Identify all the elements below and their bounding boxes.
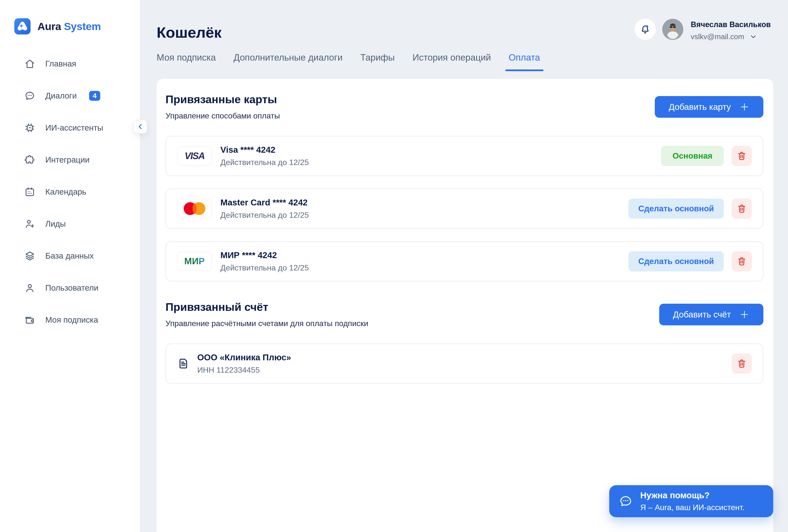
app-logo[interactable]: Aura System	[14, 18, 101, 35]
puzzle-icon	[24, 154, 36, 165]
account-row: ООО «Клиника Плюс» ИНН 1122334455	[165, 343, 763, 384]
trash-icon	[736, 358, 747, 369]
trash-icon	[736, 203, 747, 214]
tab-my-subscription[interactable]: Моя подписка	[157, 53, 216, 71]
linked-account-title: Привязанный счёт	[165, 301, 368, 314]
primary-card-badge: Основная	[661, 146, 724, 166]
layers-icon	[24, 250, 36, 261]
add-account-button[interactable]: Добавить счёт	[659, 304, 763, 326]
sidebar: Aura System Главная Диалоги 4 ИИ-ассисте…	[0, 0, 140, 532]
card-row-mastercard: Master Card **** 4242 Действительна до 1…	[165, 189, 763, 229]
chevron-down-icon[interactable]	[749, 33, 757, 41]
home-icon	[24, 58, 36, 70]
sidebar-item-label: База данных	[45, 251, 94, 261]
delete-card-button[interactable]	[732, 251, 752, 271]
sidebar-item-home[interactable]: Главная	[0, 48, 140, 80]
card-title: Visa **** 4242	[220, 145, 309, 155]
tab-tariffs[interactable]: Тарифы	[360, 53, 395, 71]
sidebar-item-label: Пользователи	[45, 283, 98, 293]
sidebar-item-my-subscription[interactable]: Моя подписка	[0, 304, 140, 336]
chevron-left-icon	[136, 122, 144, 131]
make-primary-button[interactable]: Сделать основной	[628, 251, 724, 271]
linked-cards-subtitle: Управление способами оплаты	[165, 111, 280, 120]
account-name: ООО «Клиника Плюс»	[197, 352, 291, 362]
delete-card-button[interactable]	[732, 146, 752, 166]
visa-logo: VISA	[177, 146, 212, 165]
sidebar-item-ai-assistants[interactable]: ИИ-ассистенты	[0, 112, 140, 144]
linked-account-subtitle: Управление расчётными счетами для оплаты…	[165, 319, 368, 328]
chat-bubble-icon	[618, 494, 633, 508]
sidebar-item-users[interactable]: Пользователи	[0, 272, 140, 304]
linked-cards-title: Привязанные карты	[165, 93, 280, 106]
delete-card-button[interactable]	[732, 198, 752, 219]
sidebar-item-label: Интеграции	[45, 155, 90, 164]
user-name: Вячеслав Васильков	[691, 20, 771, 29]
wallet-icon	[24, 314, 36, 326]
aura-logo-icon	[14, 18, 31, 35]
delete-account-button[interactable]	[732, 353, 752, 374]
card-title: Master Card **** 4242	[220, 198, 309, 208]
add-card-button[interactable]: Добавить карту	[655, 96, 763, 118]
user-area: Вячеслав Васильков vslkv@mail.com	[635, 19, 771, 41]
card-title: МИР **** 4242	[220, 250, 309, 260]
card-row-visa: VISA Visa **** 4242 Действительна до 12/…	[165, 136, 763, 176]
sidebar-item-label: Главная	[45, 59, 76, 68]
user-icon	[24, 282, 36, 294]
help-widget[interactable]: Нужна помощь? Я – Aura, ваш ИИ-ассистент…	[609, 485, 773, 517]
card-expiry: Действительна до 12/25	[220, 263, 309, 272]
mir-logo: МИР	[177, 252, 212, 271]
card-expiry: Действительна до 12/25	[220, 211, 309, 220]
tab-payment[interactable]: Оплата	[509, 53, 540, 71]
linked-cards-section: Привязанные карты Управление способами о…	[165, 93, 763, 281]
dialogs-count-badge: 4	[89, 91, 100, 101]
sidebar-item-label: ИИ-ассистенты	[45, 123, 103, 133]
sidebar-nav: Главная Диалоги 4 ИИ-ассистенты Интеграц…	[0, 48, 140, 336]
user-email: vslkv@mail.com	[691, 33, 744, 41]
chat-icon	[24, 90, 36, 101]
app-name: Aura System	[37, 20, 101, 33]
tab-extra-dialogs[interactable]: Дополнительные диалоги	[233, 53, 342, 71]
mastercard-logo	[177, 199, 212, 218]
sidebar-collapse-button[interactable]	[134, 120, 147, 134]
tab-operations-history[interactable]: История операций	[412, 53, 491, 71]
card-expiry: Действительна до 12/25	[220, 158, 309, 167]
sidebar-item-label: Моя подписка	[45, 315, 98, 324]
avatar[interactable]	[662, 19, 683, 40]
sidebar-item-leads[interactable]: Лиды	[0, 208, 140, 240]
trash-icon	[736, 256, 747, 267]
plus-icon	[739, 309, 750, 320]
account-inn: ИНН 1122334455	[197, 366, 291, 375]
help-widget-title: Нужна помощь?	[640, 490, 744, 500]
user-info[interactable]: Вячеслав Васильков vslkv@mail.com	[691, 19, 771, 41]
help-widget-subtitle: Я – Aura, ваш ИИ-ассистент.	[640, 503, 744, 512]
sidebar-item-label: Лиды	[45, 219, 66, 229]
sidebar-item-database[interactable]: База данных	[0, 240, 140, 272]
trash-icon	[736, 151, 747, 161]
tabs-bar: Моя подписка Дополнительные диалоги Тари…	[157, 53, 540, 71]
sidebar-item-calendar[interactable]: Календарь	[0, 176, 140, 208]
page-header: Кошелёк Моя подписка Дополнительные диал…	[157, 0, 540, 71]
notifications-button[interactable]	[635, 19, 656, 40]
linked-account-section: Привязанный счёт Управление расчётными с…	[165, 301, 763, 384]
sidebar-item-dialogs[interactable]: Диалоги 4	[0, 80, 140, 112]
document-icon	[177, 357, 190, 370]
make-primary-button[interactable]: Сделать основной	[628, 198, 724, 219]
sidebar-item-integrations[interactable]: Интеграции	[0, 144, 140, 176]
user-plus-icon	[24, 218, 36, 230]
card-row-mir: МИР МИР **** 4242 Действительна до 12/25…	[165, 241, 763, 281]
cpu-icon	[24, 122, 36, 134]
sidebar-item-label: Диалоги	[45, 91, 77, 100]
bell-icon	[640, 24, 651, 35]
plus-icon	[739, 102, 750, 112]
sidebar-item-label: Календарь	[45, 187, 86, 197]
page-title: Кошелёк	[157, 0, 540, 41]
payment-panel: Привязанные карты Управление способами о…	[157, 79, 773, 532]
calendar-icon	[24, 186, 36, 198]
